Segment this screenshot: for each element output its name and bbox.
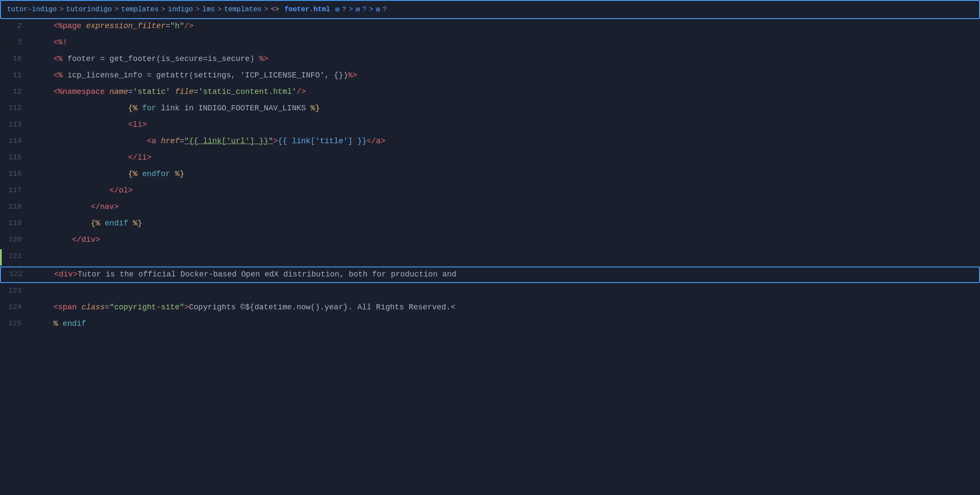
line-number-122: 122: [1, 267, 31, 278]
code-line-120: 120 </div>: [0, 233, 980, 249]
line-content-12[interactable]: <%namespace name='static' file='static_c…: [30, 85, 980, 99]
sep-3: >: [161, 6, 165, 13]
line-number-115: 115: [0, 151, 30, 161]
breadcrumb-current-file[interactable]: footer.html: [284, 6, 330, 13]
line-number-2: 2: [0, 19, 30, 30]
line-number-113: 113: [0, 118, 30, 129]
code-line-112: 112 {% for link in INDIGO_FOOTER_NAV_LIN…: [0, 101, 980, 118]
breadcrumb-part-1[interactable]: tutor-indigo: [7, 6, 57, 13]
line-number-12: 12: [0, 85, 30, 96]
line-content-123[interactable]: [30, 284, 980, 298]
code-line-115: 115 </li>: [0, 151, 980, 167]
line-content-113[interactable]: <li>: [30, 118, 980, 132]
line-content-11[interactable]: <% icp_license_info = getattr(settings, …: [30, 68, 980, 82]
line-content-115[interactable]: </li>: [30, 151, 980, 164]
cube-icon-1: ⊞: [335, 5, 340, 14]
code-line-125: 125 % endif: [0, 317, 980, 333]
sep-b2: >: [369, 6, 374, 13]
breadcrumb-part-4[interactable]: indigo: [168, 6, 193, 13]
code-line-123: 123: [0, 284, 980, 300]
code-line-2: 2 <%page expression_filter="h"/>: [0, 19, 980, 35]
sep-b1: >: [349, 6, 353, 13]
question-mark-1: ?: [342, 6, 346, 13]
code-line-10: 10 <% footer = get_footer(is_secure=is_s…: [0, 52, 980, 68]
line-content-114[interactable]: <a href="{{ link['url'] }}">{{ link['tit…: [30, 134, 980, 148]
line-number-119: 119: [0, 216, 30, 227]
breadcrumb-part-3[interactable]: templates: [121, 6, 158, 13]
line-content-3[interactable]: <%!: [30, 35, 980, 49]
line-number-123: 123: [0, 284, 30, 295]
breadcrumb-part-6[interactable]: templates: [224, 6, 261, 13]
code-line-119: 119 {% endif %}: [0, 216, 980, 233]
line-number-125: 125: [0, 317, 30, 328]
sep-1: >: [59, 6, 64, 13]
code-line-114: 114 <a href="{{ link['url'] }}">{{ link[…: [0, 134, 980, 151]
line-content-117[interactable]: </ol>: [30, 183, 980, 197]
line-number-112: 112: [0, 101, 30, 112]
line-content-112[interactable]: {% for link in INDIGO_FOOTER_NAV_LINKS %…: [30, 101, 980, 115]
code-line-124: 124 <span class="copyright-site">Copyrig…: [0, 300, 980, 317]
code-line-3: 3 <%!: [0, 35, 980, 52]
line-content-118[interactable]: </nav>: [30, 200, 980, 214]
breadcrumb-part-5[interactable]: lms: [202, 6, 215, 13]
sep-4: >: [196, 6, 200, 13]
line-content-121[interactable]: [30, 249, 980, 263]
line-content-125[interactable]: % endif: [30, 317, 980, 331]
line-number-3: 3: [0, 35, 30, 46]
line-number-114: 114: [0, 134, 30, 145]
cube-icon-3: ⊞: [376, 5, 380, 14]
sep-6: >: [264, 6, 268, 13]
code-line-117: 117 </ol>: [0, 183, 980, 200]
question-mark-3: ?: [383, 6, 387, 13]
breadcrumb-icon-code: <>: [271, 6, 279, 13]
line-content-120[interactable]: </div>: [30, 233, 980, 247]
breadcrumb-icons: ⊞ ? > ⊞ ? > ⊞ ?: [335, 5, 387, 14]
line-number-11: 11: [0, 68, 30, 79]
line-number-124: 124: [0, 300, 30, 311]
breadcrumb-part-2[interactable]: tutorindigo: [66, 6, 112, 13]
line-number-120: 120: [0, 233, 30, 244]
code-line-118: 118 </nav>: [0, 200, 980, 216]
breadcrumb-bar: tutor-indigo > tutorindigo > templates >…: [0, 0, 980, 19]
sep-5: >: [217, 6, 222, 13]
line-number-118: 118: [0, 200, 30, 211]
code-line-121: 121: [0, 249, 980, 266]
code-line-116: 116 {% endfor %}: [0, 167, 980, 183]
line-content-122[interactable]: <div>Tutor is the official Docker-based …: [31, 267, 979, 281]
line-number-117: 117: [0, 183, 30, 194]
line-content-119[interactable]: {% endif %}: [30, 216, 980, 230]
line-content-2[interactable]: <%page expression_filter="h"/>: [30, 19, 980, 33]
editor-area: 2 <%page expression_filter="h"/> 3 <%! 1…: [0, 19, 980, 333]
code-line-113: 113 <li>: [0, 118, 980, 134]
code-line-11: 11 <% icp_license_info = getattr(setting…: [0, 68, 980, 85]
line-number-116: 116: [0, 167, 30, 178]
line-number-10: 10: [0, 52, 30, 63]
code-line-122[interactable]: 122 <div>Tutor is the official Docker-ba…: [0, 267, 980, 283]
question-mark-2: ?: [362, 6, 367, 13]
line-content-124[interactable]: <span class="copyright-site">Copyrights …: [30, 300, 980, 314]
line-number-121: 121: [0, 249, 30, 260]
code-line-12: 12 <%namespace name='static' file='stati…: [0, 85, 980, 101]
line-content-10[interactable]: <% footer = get_footer(is_secure=is_secu…: [30, 52, 980, 66]
cube-icon-2: ⊞: [355, 5, 360, 14]
line-content-116[interactable]: {% endfor %}: [30, 167, 980, 181]
sep-2: >: [114, 6, 119, 13]
